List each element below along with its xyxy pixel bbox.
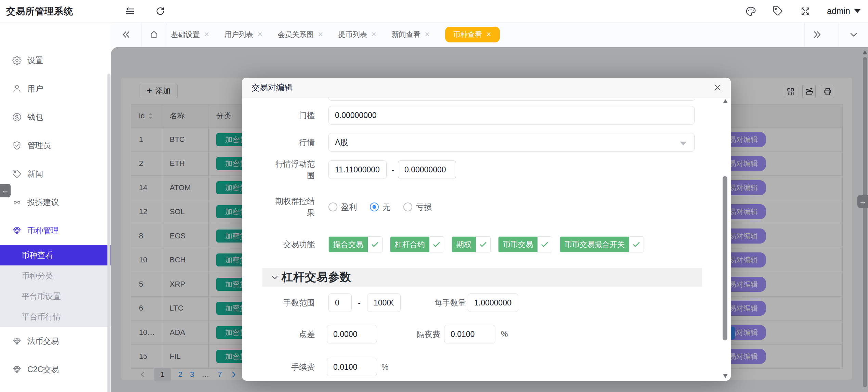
spread-label: 点差 [299,328,315,340]
radio-option-无[interactable]: 无 [370,202,390,212]
sidebar-subitem-币种查看[interactable]: 币种查看 [0,245,111,265]
float-range-to-input[interactable] [398,160,456,179]
gear-icon [12,56,22,65]
overnight-input[interactable] [444,325,495,343]
sidebar-item-C2C交易[interactable]: C2C交易 [0,355,111,384]
sidebar-item-投拆建议[interactable]: 投拆建议 [0,188,111,217]
radio-label: 亏损 [416,202,432,212]
leverage-section-header[interactable]: 杠杆交易参数 [262,268,702,287]
market-label: 行情 [299,136,315,148]
sidebar-item-label: 钱包 [27,112,43,122]
tab-用户列表[interactable]: 用户列表✕ [224,30,263,39]
sidebar-item-法币交易[interactable]: 法币交易 [0,327,111,355]
modal-scroll-down-icon[interactable] [723,374,728,378]
tab-close-icon[interactable]: ✕ [371,30,377,38]
app-window: 交易所管理系统 admin [0,0,868,392]
sidebar-item-设置[interactable]: 设置 [0,46,111,75]
user-menu[interactable]: admin [827,6,860,16]
username: admin [827,6,850,16]
theme-palette-icon[interactable] [745,6,756,17]
clipped-input[interactable] [328,97,695,101]
sidebar-item-钱包[interactable]: 钱包 [0,103,111,131]
sidebar-subitem-币种分类[interactable]: 币种分类 [0,265,111,286]
lots-row: 手数范围 - 每手数量 [242,293,731,312]
threshold-input[interactable] [328,106,695,125]
tabs-scroll-left-icon[interactable] [111,22,142,47]
sidebar-item-币种管理[interactable]: 币种管理 [0,217,111,245]
tag-icon[interactable] [772,6,784,16]
tab-会员关系图[interactable]: 会员关系图✕ [278,30,323,39]
radio-option-盈利[interactable]: 盈利 [328,202,357,212]
tab-bar: 基础设置✕用户列表✕会员关系图✕提币列表✕新闻查看✕币种查看✕ [111,22,868,47]
lots-label: 手数范围 [283,297,315,309]
app-title: 交易所管理系统 [6,0,73,22]
feature-toggle-币币交易撮合开关[interactable]: 币币交易撮合开关 [560,236,644,252]
feature-toggle-期权[interactable]: 期权 [452,236,491,252]
sidebar: 设置用户钱包管理员新闻投拆建议币种管理币种查看币种分类平台币设置平台币行情法币交… [0,22,111,392]
shield-icon [12,141,22,150]
tab-label: 新闻查看 [392,30,420,39]
per-lot-input[interactable] [468,293,518,312]
float-range-from-input[interactable] [328,160,387,179]
per-lot-label: 每手数量 [432,293,466,312]
refresh-icon[interactable] [153,0,168,22]
tabs-menu-icon[interactable] [839,22,868,47]
modal-scroll-up-icon[interactable] [723,99,728,103]
radio-label: 盈利 [341,202,357,212]
tab-label: 会员关系图 [278,30,314,39]
modal-scrollbar[interactable] [723,176,727,340]
sidebar-item-合约[interactable]: 合约 [0,384,111,392]
sidebar-item-新闻[interactable]: 新闻 [0,160,111,188]
market-select[interactable]: A股 [328,133,695,152]
tab-close-icon[interactable]: ✕ [486,30,492,38]
sidebar-item-label: 用户 [27,83,43,94]
lots-to-input[interactable] [367,293,401,312]
tab-基础设置[interactable]: 基础设置✕ [171,30,209,39]
tab-close-icon[interactable]: ✕ [257,30,263,38]
feature-toggle-撮合交易[interactable]: 撮合交易 [328,236,383,252]
tabs-scroll-right-icon[interactable] [804,22,829,47]
sidebar-item-用户[interactable]: 用户 [0,75,111,103]
tab-close-icon[interactable]: ✕ [425,30,430,38]
option-control-label: 期权群控结果 [270,195,315,219]
threshold-row: 门槛 [242,106,731,125]
close-icon[interactable] [711,81,724,94]
sidebar-item-管理员[interactable]: 管理员 [0,131,111,160]
feature-toggle-杠杆合约[interactable]: 杠杆合约 [390,236,444,252]
tab-提币列表[interactable]: 提币列表✕ [338,30,377,39]
features-label: 交易功能 [283,238,315,250]
fee-label: 手续费 [291,361,315,373]
radio-label: 无 [383,202,390,212]
spread-input[interactable] [327,325,377,343]
checkmark-icon [429,237,444,252]
wallet-icon [12,113,22,122]
sidebar-item-label: 新闻 [27,169,43,179]
modal-title: 交易对编辑 [251,82,293,93]
feature-toggle-币币交易[interactable]: 币币交易 [498,236,552,252]
tab-新闻查看[interactable]: 新闻查看✕ [392,30,430,39]
topbar-actions: admin [745,0,860,22]
sidebar-subitem-平台币设置[interactable]: 平台币设置 [0,286,111,306]
sidebar-subitem-平台币行情[interactable]: 平台币行情 [0,306,111,327]
fullscreen-icon[interactable] [800,6,811,16]
range-dash: - [388,160,397,179]
feature-label: 杠杆合约 [390,237,429,252]
sidebar-scrollbar[interactable] [107,74,111,392]
radio-option-亏损[interactable]: 亏损 [403,202,432,212]
tab-close-icon[interactable]: ✕ [204,30,209,38]
fee-row: 手续费 % [242,358,731,376]
left-drawer-toggle[interactable]: ← [0,184,11,197]
home-tab-icon[interactable] [141,22,167,47]
fee-input[interactable] [327,358,377,376]
tab-币种查看[interactable]: 币种查看✕ [445,27,500,42]
sidebar-collapse-icon[interactable] [122,0,138,22]
feature-label: 币币交易撮合开关 [560,237,629,252]
features-row: 交易功能 撮合交易杠杆合约期权币币交易币币交易撮合开关 [242,236,731,252]
lots-from-input[interactable] [328,293,352,312]
threshold-label: 门槛 [299,109,315,121]
select-caret-icon [680,142,687,145]
tab-close-icon[interactable]: ✕ [318,30,323,38]
right-drawer-toggle[interactable]: → [857,195,868,208]
sidebar-item-label: 法币交易 [27,336,59,347]
gem-icon [12,226,22,235]
